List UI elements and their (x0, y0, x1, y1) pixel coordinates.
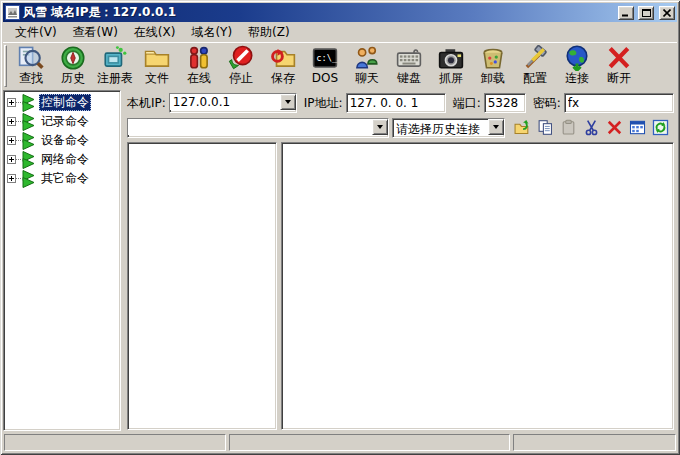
ip-address-field[interactable] (346, 93, 446, 113)
command-input[interactable] (128, 119, 372, 135)
tree-arrow-icon (22, 151, 36, 169)
tree-connector (16, 121, 21, 122)
command-dropdown-button[interactable] (372, 119, 388, 135)
minimize-button[interactable] (618, 6, 634, 20)
password-label: 密码: (533, 95, 561, 112)
toolbar-button-history[interactable]: 历史 (52, 44, 94, 88)
toolbar-button-uninstall[interactable]: 卸载 (472, 44, 514, 88)
toolbar-button-label: 查找 (19, 71, 43, 85)
toolbar: 查找历史注册表文件在线停止保存c:\_DOS聊天键盘抓屏卸载配置连接断开 (3, 42, 677, 89)
content-panels (127, 142, 674, 430)
tree-item-network-commands[interactable]: 网络命令 (4, 150, 120, 169)
status-bar (3, 432, 677, 452)
command-tree-panel[interactable]: 控制命令记录命令设备命令网络命令其它命令 (3, 90, 121, 431)
toolbar-button-online[interactable]: 在线 (178, 44, 220, 88)
tree-arrow-icon (22, 113, 36, 131)
toolbar-button-label: 在线 (187, 71, 211, 85)
status-section-2 (229, 434, 510, 451)
toolbar-button-connect[interactable]: 连接 (556, 44, 598, 88)
local-ip-combobox[interactable] (169, 93, 297, 113)
maximize-button[interactable] (638, 6, 654, 20)
result-list-panel[interactable] (281, 142, 674, 430)
toolbar-button-config[interactable]: 配置 (514, 44, 556, 88)
tree-item-record-commands[interactable]: 记录命令 (4, 112, 120, 131)
tree-arrow-icon (22, 94, 36, 112)
registry-icon (102, 44, 128, 71)
expand-plus-icon[interactable] (7, 155, 16, 164)
command-list-panel[interactable] (127, 142, 277, 430)
dos-terminal-icon: c:\_ (312, 44, 338, 71)
toolbar-button-stop[interactable]: 停止 (220, 44, 262, 88)
cut-icon (583, 119, 600, 136)
toolbar-button-label: 抓屏 (439, 71, 463, 85)
copy-icon (537, 119, 554, 136)
camera-icon (438, 44, 464, 71)
toolbar-button-label: 聊天 (355, 71, 379, 85)
tools-icon (522, 44, 548, 71)
command-combobox[interactable] (127, 118, 389, 138)
maximize-icon (642, 8, 651, 17)
toolbar-button-save[interactable]: 保存 (262, 44, 304, 88)
close-button[interactable] (659, 6, 675, 20)
delete-button[interactable] (604, 118, 625, 138)
tree-item-other-commands[interactable]: 其它命令 (4, 169, 120, 188)
port-field[interactable] (484, 93, 526, 113)
menu-item-help[interactable]: 帮助(Z) (240, 23, 298, 42)
open-button[interactable] (512, 118, 533, 138)
folder-icon (144, 44, 170, 71)
expand-plus-icon[interactable] (7, 136, 16, 145)
password-field[interactable] (564, 93, 674, 113)
cut-button[interactable] (581, 118, 602, 138)
toolbar-button-registry[interactable]: 注册表 (94, 44, 136, 88)
chevron-down-icon (377, 125, 383, 129)
tree-item-label: 记录命令 (39, 113, 91, 130)
menu-item-domain[interactable]: 域名(Y) (183, 23, 240, 42)
expand-plus-icon[interactable] (7, 117, 16, 126)
menu-item-view[interactable]: 查看(W) (65, 23, 126, 42)
toolbar-button-label: 连接 (565, 71, 589, 85)
toolbar-button-label: DOS (312, 71, 338, 85)
history-combobox[interactable]: 请选择历史连接 (392, 118, 505, 138)
toolbar-button-keyboard[interactable]: 键盘 (388, 44, 430, 88)
tree-connector (16, 178, 21, 179)
title-bar: 风雪 域名IP是：127.0.0.1 (3, 3, 677, 22)
toolbar-button-label: 断开 (607, 71, 631, 85)
minimize-icon (622, 9, 630, 17)
tree-item-control-commands[interactable]: 控制命令 (4, 93, 120, 112)
window-title: 风雪 域名IP是：127.0.0.1 (23, 4, 614, 21)
menu-item-file[interactable]: 文件(V) (7, 23, 65, 42)
toolbar-button-label: 键盘 (397, 71, 421, 85)
globe-icon (564, 44, 590, 71)
toolbar-button-dos[interactable]: c:\_DOS (304, 44, 346, 88)
folder-up-icon (514, 119, 531, 136)
toolbar-button-find[interactable]: 查找 (10, 44, 52, 88)
toolbar-button-file[interactable]: 文件 (136, 44, 178, 88)
menu-item-online[interactable]: 在线(X) (126, 23, 184, 42)
expand-plus-icon[interactable] (7, 98, 16, 107)
expand-plus-icon[interactable] (7, 174, 16, 183)
paste-icon (560, 119, 577, 136)
grid-view-button[interactable] (627, 118, 648, 138)
refresh-icon (652, 119, 669, 136)
tree-item-device-commands[interactable]: 设备命令 (4, 131, 120, 150)
toolbar-button-label: 文件 (145, 71, 169, 85)
toolbar-gripper[interactable] (4, 45, 7, 87)
toolbar-button-capture[interactable]: 抓屏 (430, 44, 472, 88)
svg-text:c:\_: c:\_ (316, 52, 338, 62)
refresh-button[interactable] (650, 118, 671, 138)
history-selected-value: 请选择历史连接 (393, 119, 488, 135)
chat-icon (354, 44, 380, 71)
local-ip-input[interactable] (170, 94, 280, 110)
local-ip-dropdown-button[interactable] (280, 94, 296, 110)
online-users-icon (186, 44, 212, 71)
toolbar-button-chat[interactable]: 聊天 (346, 44, 388, 88)
app-icon (5, 5, 20, 20)
paste-button[interactable] (558, 118, 579, 138)
toolbar-button-disconnect[interactable]: 断开 (598, 44, 640, 88)
save-icon (270, 44, 296, 71)
copy-button[interactable] (535, 118, 556, 138)
history-dropdown-button[interactable] (488, 119, 504, 135)
status-section-3 (513, 434, 676, 451)
red-x-icon (606, 44, 632, 71)
menu-bar: 文件(V)查看(W)在线(X)域名(Y)帮助(Z) (3, 23, 677, 42)
